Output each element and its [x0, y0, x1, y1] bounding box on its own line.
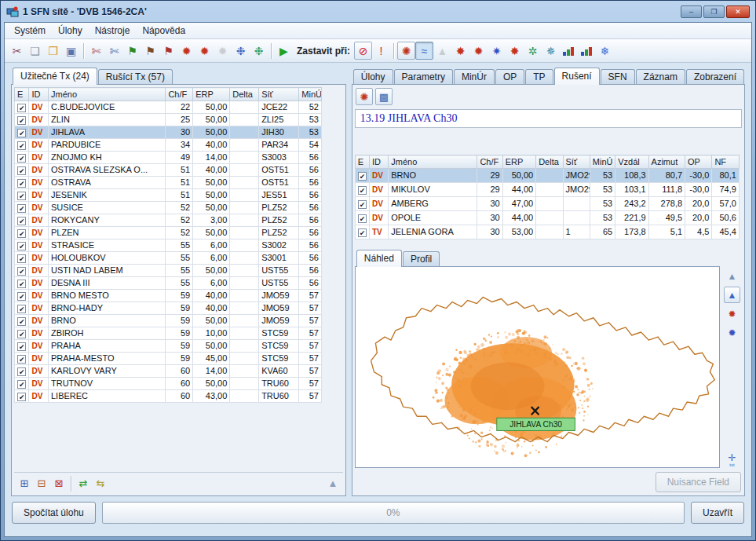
- row-checkbox[interactable]: ✔: [17, 355, 26, 364]
- table-row[interactable]: ✔DVAMBERG3047,0053243,2278,820,057,0: [355, 197, 739, 211]
- row-checkbox[interactable]: ✔: [17, 342, 26, 351]
- row-checkbox[interactable]: ✔: [17, 104, 26, 112]
- row-checkbox[interactable]: ✔: [358, 186, 367, 195]
- table-row[interactable]: ✔DVMIKULOV2944,00JMO2953103,1111,8-30,07…: [355, 183, 739, 197]
- table-row[interactable]: ✔DVJESENIK5150,00JES5156: [15, 189, 322, 202]
- cut-network-icon[interactable]: ✄: [87, 42, 105, 60]
- menu-item-napoveda[interactable]: Nápověda: [136, 24, 192, 38]
- table-row[interactable]: ✔DVDESNA III556,00UST5556: [15, 277, 322, 290]
- row-checkbox[interactable]: ✔: [17, 292, 26, 301]
- column-header-minu[interactable]: MinÚ: [590, 155, 615, 169]
- swap-selection-icon[interactable]: ⇄: [75, 475, 92, 492]
- column-header-erp[interactable]: ERP: [502, 155, 535, 169]
- table-row[interactable]: ✔DVBRNO2950,00JMO2953108,380,7-30,080,1: [355, 169, 739, 183]
- table-row[interactable]: ✔DVPLZEN5250,00PLZ5256: [15, 227, 322, 239]
- table-row[interactable]: ✔DVBRNO-HADY5940,00JMO5957: [15, 302, 322, 315]
- table-row[interactable]: ✔DVOSTRAVA SLEZSKA O...5140,00OST5156: [15, 164, 322, 177]
- signal-wave-icon[interactable]: ≈: [415, 42, 433, 60]
- table-add-icon[interactable]: ⊞: [16, 475, 33, 492]
- row-checkbox[interactable]: ✔: [17, 179, 26, 188]
- table-row[interactable]: ✔DVLIBEREC6043,00TRU6057: [15, 390, 322, 403]
- save-icon[interactable]: ▣: [62, 42, 80, 60]
- table-row[interactable]: ✔DVZBIROH5910,00STC5957: [15, 327, 322, 340]
- column-header-sit[interactable]: Síť: [563, 155, 590, 169]
- table-row[interactable]: ✔DVSUSICE5250,00PLZ5256: [15, 202, 322, 214]
- tab-rusici-tx-57[interactable]: Rušící Tx (57): [98, 69, 173, 84]
- table-row[interactable]: ✔DVBRNO MESTO5940,00JMO5957: [15, 290, 322, 302]
- burst-red-map-icon[interactable]: ✹: [724, 305, 740, 322]
- table-delete-icon[interactable]: ⊠: [50, 475, 68, 492]
- table-row[interactable]: ✔DVSTRASICE556,00S300256: [15, 239, 322, 252]
- interference-map-icon[interactable]: ✺: [356, 88, 373, 105]
- table-row[interactable]: ✔DVJIHLAVA3050,00JIH3053: [15, 126, 322, 139]
- row-checkbox[interactable]: ✔: [17, 367, 26, 376]
- table-row[interactable]: ✔DVC.BUDEJOVICE2250,00JCE2252: [15, 101, 322, 114]
- network-nodes-icon[interactable]: ❉: [232, 42, 250, 60]
- row-checkbox[interactable]: ✔: [17, 129, 26, 137]
- tab-ruseni[interactable]: Rušení: [554, 68, 600, 85]
- table-row[interactable]: ✔DVHOLOUBKOV556,00S300156: [15, 252, 322, 265]
- table-row[interactable]: ✔DVZLIN2550,00ZLI2553: [15, 114, 322, 126]
- tab-uzitecne-tx-24[interactable]: Užitečné Tx (24): [13, 68, 97, 85]
- column-header-jmeno[interactable]: Jméno: [48, 88, 165, 101]
- column-header-op[interactable]: OP: [685, 155, 712, 169]
- row-checkbox[interactable]: ✔: [17, 317, 26, 326]
- minimize-button[interactable]: –: [681, 5, 702, 18]
- column-header-jmeno[interactable]: Jméno: [389, 155, 477, 169]
- tab-parametry[interactable]: Parametry: [394, 69, 453, 84]
- table-row[interactable]: ✔DVUSTI NAD LABEM5550,00UST5556: [15, 265, 322, 277]
- menu-item-nastroje[interactable]: Nástroje: [89, 24, 137, 38]
- cut-network-alt-icon[interactable]: ✄: [105, 42, 123, 60]
- column-header-delta[interactable]: Delta: [536, 155, 563, 169]
- menu-item-system[interactable]: Systém: [8, 24, 52, 38]
- table-row[interactable]: ✔DVROKYCANY523,00PLZ5256: [15, 214, 322, 227]
- tab-profil[interactable]: Profil: [403, 251, 440, 266]
- burst-b-icon[interactable]: ✹: [469, 42, 488, 60]
- table-row[interactable]: ✔DVTRUTNOV6050,00TRU6057: [15, 378, 322, 390]
- row-checkbox[interactable]: ✔: [17, 254, 26, 263]
- burst-c-icon[interactable]: ✷: [488, 42, 506, 60]
- row-checkbox[interactable]: ✔: [17, 166, 26, 175]
- tab-ulohy[interactable]: Úlohy: [353, 69, 393, 84]
- column-header-ch-f[interactable]: Ch/F: [166, 88, 193, 101]
- row-checkbox[interactable]: ✔: [17, 204, 26, 213]
- table-row[interactable]: ✔DVBRNO5950,00JMO5957: [15, 315, 322, 327]
- column-header-id[interactable]: ID: [370, 155, 389, 169]
- table-row[interactable]: ✔DVPRAHA5950,00STC5957: [15, 340, 322, 353]
- row-checkbox[interactable]: ✔: [17, 330, 26, 338]
- column-header-erp[interactable]: ERP: [193, 88, 230, 101]
- row-checkbox[interactable]: ✔: [17, 305, 26, 313]
- tx-flag-green-icon[interactable]: ⚑: [123, 42, 141, 60]
- burst-e-icon[interactable]: ✵: [542, 42, 560, 60]
- row-checkbox[interactable]: ✔: [17, 267, 26, 276]
- row-checkbox[interactable]: ✔: [17, 154, 26, 163]
- stop-on-error-icon[interactable]: ⊘: [354, 42, 372, 60]
- coverage-burst-icon[interactable]: ✺: [397, 42, 415, 60]
- column-header-e[interactable]: E: [15, 88, 29, 101]
- pinwheel-icon[interactable]: ✲: [524, 42, 542, 60]
- row-checkbox[interactable]: ✔: [358, 214, 367, 223]
- burst-d-icon[interactable]: ✸: [506, 42, 524, 60]
- burst-a-icon[interactable]: ✸: [451, 42, 469, 60]
- column-header-delta[interactable]: Delta: [230, 88, 259, 101]
- row-checkbox[interactable]: ✔: [358, 228, 367, 237]
- row-checkbox[interactable]: ✔: [17, 242, 26, 250]
- column-header-id[interactable]: ID: [29, 88, 49, 101]
- row-checkbox[interactable]: ✔: [17, 116, 26, 125]
- table-row[interactable]: ✔DVOPOLE3044,0053221,949,520,050,6: [355, 211, 739, 225]
- column-header-e[interactable]: E: [355, 155, 369, 169]
- row-checkbox[interactable]: ✔: [17, 217, 26, 225]
- row-checkbox[interactable]: ✔: [358, 172, 367, 181]
- antenna-overview-icon[interactable]: ▲: [324, 475, 341, 492]
- tab-sfn[interactable]: SFN: [601, 69, 635, 84]
- interferer-burst-icon[interactable]: ✹: [177, 42, 195, 60]
- chart-antenna-icon[interactable]: [578, 42, 596, 60]
- snowflake-icon[interactable]: ❄: [596, 42, 614, 60]
- row-checkbox[interactable]: ✔: [17, 380, 26, 389]
- column-header-azimut[interactable]: Azimut: [648, 155, 685, 169]
- mast-blue-icon[interactable]: ▲: [724, 287, 740, 303]
- scissors-icon[interactable]: ✂: [8, 42, 26, 60]
- column-header-sit[interactable]: Síť: [259, 88, 299, 101]
- table-row[interactable]: ✔DVPRAHA-MESTO5945,00STC5957: [15, 353, 322, 365]
- table-row[interactable]: ✔DVOSTRAVA5150,00OST5156: [15, 177, 322, 189]
